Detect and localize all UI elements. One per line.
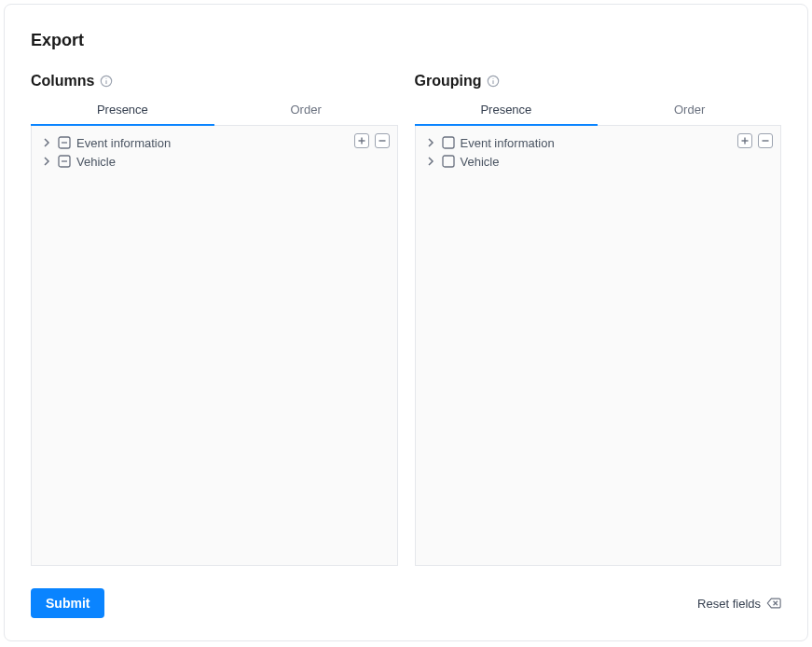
columns-panel: Columns Presence Order <box>31 73 398 566</box>
grouping-tabs: Presence Order <box>415 95 782 126</box>
reset-fields-label: Reset fields <box>697 597 761 611</box>
grouping-expand-controls <box>737 133 773 148</box>
tree-item-label: Event information <box>461 136 772 150</box>
grouping-panel: Grouping Presence Order <box>415 73 782 566</box>
tree-item-label: Vehicle <box>76 155 388 169</box>
checkbox-indeterminate-icon[interactable] <box>58 155 71 168</box>
export-panel: Export Columns Presence Order <box>4 4 808 641</box>
svg-rect-16 <box>443 137 454 148</box>
columns-tabs: Presence Order <box>31 95 398 126</box>
checkbox-indeterminate-icon[interactable] <box>58 136 71 149</box>
tree-row[interactable]: Vehicle <box>421 152 776 171</box>
tree-item-label: Vehicle <box>461 155 772 169</box>
reset-fields-button[interactable]: Reset fields <box>697 597 781 611</box>
grouping-title: Grouping <box>415 73 482 89</box>
checkbox-unchecked-icon[interactable] <box>442 155 455 168</box>
tree-row[interactable]: Vehicle <box>37 152 392 171</box>
panels-row: Columns Presence Order <box>31 73 781 566</box>
expand-all-button[interactable] <box>737 133 752 148</box>
columns-tree: Event information Vehicle <box>31 126 398 566</box>
svg-point-12 <box>493 78 494 79</box>
delete-tag-icon <box>766 597 781 610</box>
info-icon[interactable] <box>487 75 500 88</box>
chevron-right-icon[interactable] <box>425 137 436 148</box>
chevron-right-icon[interactable] <box>425 156 436 167</box>
columns-expand-controls <box>354 133 390 148</box>
expand-all-button[interactable] <box>354 133 369 148</box>
grouping-tree: Event information Vehicle <box>415 126 782 566</box>
collapse-all-button[interactable] <box>375 133 390 148</box>
info-icon[interactable] <box>100 75 113 88</box>
tab-grouping-presence[interactable]: Presence <box>415 95 599 126</box>
chevron-right-icon[interactable] <box>41 156 52 167</box>
collapse-all-button[interactable] <box>758 133 773 148</box>
checkbox-unchecked-icon[interactable] <box>442 136 455 149</box>
tree-row[interactable]: Event information <box>421 133 776 152</box>
tree-item-label: Event information <box>76 136 388 150</box>
tab-columns-order[interactable]: Order <box>214 95 398 126</box>
svg-rect-17 <box>443 156 454 167</box>
tree-row[interactable]: Event information <box>37 133 392 152</box>
footer: Submit Reset fields <box>31 583 781 618</box>
columns-title: Columns <box>31 73 94 89</box>
submit-button[interactable]: Submit <box>31 588 104 618</box>
columns-header: Columns <box>31 73 398 89</box>
grouping-header: Grouping <box>415 73 782 89</box>
tab-columns-presence[interactable]: Presence <box>31 95 214 126</box>
tab-grouping-order[interactable]: Order <box>598 95 781 126</box>
chevron-right-icon[interactable] <box>41 137 52 148</box>
svg-point-2 <box>106 78 107 79</box>
page-title: Export <box>31 31 781 50</box>
